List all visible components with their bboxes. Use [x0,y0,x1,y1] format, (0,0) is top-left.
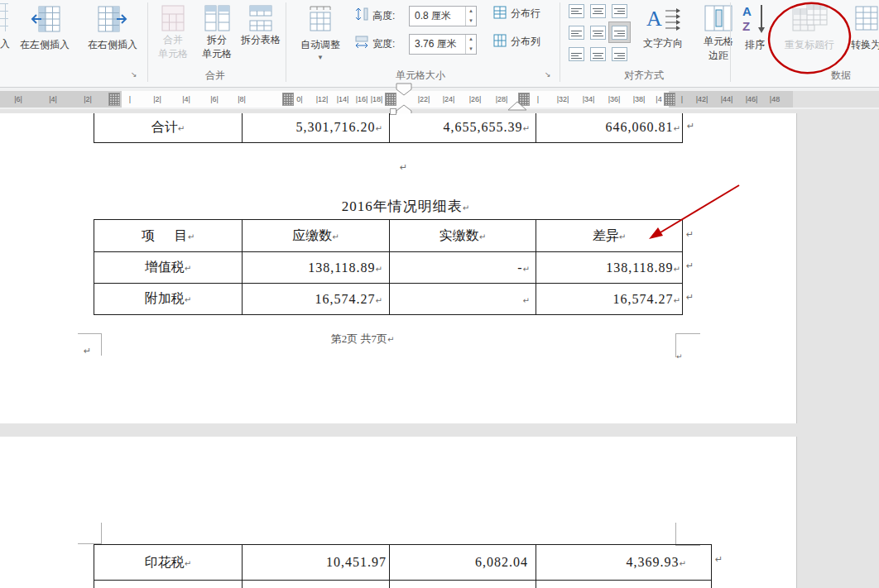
row-payable-cell[interactable]: 16,574.27↵ [243,284,390,315]
repeat-header-rows-button[interactable]: 重复标题行 [775,2,844,65]
autofit-dropdown-arrow[interactable]: ▼ [291,55,350,61]
width-value[interactable]: 3.76 厘米 [410,37,465,51]
left-indent-marker[interactable] [507,101,528,112]
sort-az-icon: A Z [742,2,768,36]
word-table-layout-screen: 入 在左侧插入 在右侧插入 ↘ [0,0,879,588]
row-difference-cell[interactable]: 138,118.89↵ [536,252,683,284]
width-input[interactable]: 3.76 厘米 ▲▼ [409,34,477,55]
distribute-rows-button[interactable]: 分布行 [493,6,560,22]
ruler-label: |44| [721,95,733,103]
insert-left-button[interactable]: 在左侧插入 [10,2,79,65]
group-separator [147,2,148,82]
row-item-cell[interactable]: 印花税↵ [94,545,243,581]
row-paid-cell[interactable]: ↵ [390,284,536,315]
text-direction-button[interactable]: A 文字方向 [634,2,692,65]
split-cells-button[interactable]: 拆分 单元格 [196,2,238,76]
cell-margins-button[interactable]: 单元格 边距 [697,2,740,76]
height-label: 高度: [372,9,395,22]
totals-table[interactable]: 合计↵ 5,301,716.20↵ 4,655,655.39↵ 646,060.… [94,113,683,143]
split-cells-icon [204,4,230,32]
row-end-marker: ↵ [715,554,723,565]
align-top-right-button[interactable] [609,1,630,21]
align-top-left-button[interactable] [566,1,587,21]
align-center-button[interactable] [588,22,608,42]
row-payable-cell[interactable]: 138,118.89↵ [243,252,390,284]
group-label-alignment: 对齐方式 [624,69,664,83]
align-top-center-button[interactable] [588,1,608,21]
header-item-cell[interactable]: 项 目↵ [94,220,243,252]
dialog-launcher-icon[interactable]: ↘ [131,69,141,79]
horizontal-ruler[interactable]: |6| |4| |2| | |2| |4| |6| |8| 0| |12| |1… [0,88,879,109]
width-spinner-arrows[interactable]: ▲▼ [465,35,476,54]
table-insert-left-icon [30,3,61,35]
total-payable-cell[interactable]: 5,301,716.20↵ [243,113,390,142]
align-bottom-center-button[interactable] [588,44,608,64]
row-end-marker: ↵ [686,229,694,240]
height-value[interactable]: 0.8 厘米 [410,9,465,23]
header-paid-cell[interactable]: 实缴数↵ [390,220,536,252]
total-paid-cell[interactable]: 4,655,655.39↵ [390,113,536,142]
svg-text:Z: Z [742,19,750,33]
autofit-button[interactable]: 自动调整 ▼ [291,2,350,76]
row-paid-cell[interactable]: -↵ [390,252,536,284]
text-boundary-mark [101,333,102,356]
next-page-table[interactable]: 印花税↵ 10,451.97 6,082.04 4,369.93↵ [94,544,712,588]
ruler-label: |6| [210,95,219,103]
insert-right-button[interactable]: 在右侧插入 [79,2,146,65]
ruler-label: |12| [316,95,329,103]
height-input[interactable]: 0.8 厘米 ▲▼ [409,6,477,26]
ruler-label: |4| [49,95,57,103]
ruler-label: |42| [696,95,708,103]
row-difference-cell[interactable]: 4,369.93↵ [536,545,712,581]
text-direction-icon: A [646,3,680,35]
ruler-table-column-marker[interactable] [108,93,120,106]
width-label: 宽度: [372,37,395,50]
row-paid-cell[interactable]: 6,082.04 [390,545,536,581]
align-center-left-button[interactable] [566,22,587,42]
ruler-label: |26| [469,95,482,103]
ruler-table-column-marker[interactable] [664,93,675,106]
ruler-label: | [129,95,131,103]
distribute-columns-button[interactable]: 分布列 [493,34,560,50]
sort-button[interactable]: A Z 排序 [738,2,771,65]
row-difference-cell[interactable]: 16,574.27↵ [536,284,683,315]
header-difference-cell[interactable]: 差异↵ [536,220,683,252]
distribute-columns-icon [493,34,507,48]
ruler-label: |36| [608,95,621,103]
total-difference-cell[interactable]: 646,060.81↵ [536,113,683,142]
text-boundary-mark [675,523,676,546]
partial-insert-label[interactable]: 入 [0,37,10,50]
paragraph-mark: ↵ [84,346,91,356]
distribute-rows-icon [493,6,507,20]
align-center-right-button-selected[interactable] [609,22,630,42]
text-boundary-mark [101,523,102,544]
split-table-button[interactable]: 拆分表格 [238,2,284,76]
row-end-marker: ↵ [686,292,694,303]
split-table-icon [247,4,274,32]
convert-to-text-icon [854,3,879,35]
page-number-footer: 第2页 共7页↵ [94,332,632,347]
ruler-offpage [793,91,879,108]
merge-cells-button[interactable]: 合并 单元格 [151,2,195,76]
group-separator [730,2,731,82]
ruler-label: | [537,95,539,103]
ruler-label: 0| [296,95,302,103]
row-item-cell[interactable]: 增值税↵ [94,252,243,284]
ribbon: 入 在左侧插入 在右侧插入 ↘ [0,0,879,88]
dialog-launcher-icon[interactable]: ↘ [545,69,555,79]
convert-to-text-button[interactable]: 转换为文本 [849,2,879,65]
height-spinner-arrows[interactable]: ▲▼ [465,7,476,26]
row-payable-cell[interactable]: 10,451.97 [243,545,390,581]
document-title[interactable]: 2016年情况明细表↵ [116,197,695,216]
align-bottom-right-button[interactable] [609,44,630,64]
detail-table[interactable]: 项 目↵ 应缴数↵ 实缴数↵ 差异↵ 增值税↵ 138,118.89↵ -↵ 1… [94,219,683,315]
svg-text:A: A [742,4,752,18]
row-item-cell[interactable]: 附加税↵ [94,284,243,315]
total-label-cell[interactable]: 合计↵ [94,113,243,142]
ruler-label: |2| [84,95,92,103]
ruler-table-column-marker[interactable] [282,93,294,106]
paragraph-mark: ↵ [400,162,407,173]
ruler-label: |22| [418,95,430,103]
header-payable-cell[interactable]: 应缴数↵ [243,220,390,252]
align-bottom-left-button[interactable] [566,44,587,64]
